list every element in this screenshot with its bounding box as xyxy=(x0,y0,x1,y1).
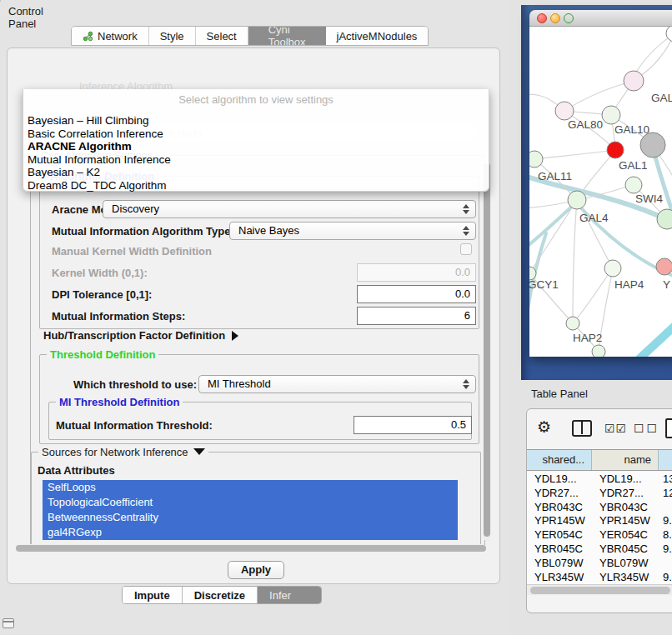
network-node-y[interactable] xyxy=(656,258,672,275)
column-header-partial[interactable] xyxy=(659,450,672,470)
split-columns-icon[interactable] xyxy=(572,420,592,437)
select-all-checkboxes-icon[interactable]: ☑☑ xyxy=(604,422,627,435)
network-node-gal11[interactable] xyxy=(529,151,543,168)
settings-horizontal-scrollbar[interactable] xyxy=(16,544,486,552)
manual-kernel-width-checkbox[interactable] xyxy=(460,243,472,255)
network-node-label: HAP2 xyxy=(573,332,602,344)
network-node-hap2[interactable] xyxy=(566,317,579,330)
control-panel-tabs: Network Style Select Cyni Toolbox jActiv… xyxy=(71,26,429,46)
network-node-gal80[interactable] xyxy=(555,102,574,120)
table-row[interactable]: YBL079WYBL079W xyxy=(527,556,672,570)
table-row[interactable]: YBR045CYBR045C9. xyxy=(527,542,672,556)
table-row[interactable]: YER054CYER054C8. xyxy=(527,528,672,542)
zoom-traffic-light-icon[interactable] xyxy=(564,13,574,23)
deselect-all-checkboxes-icon[interactable]: ☐☐ xyxy=(634,422,659,435)
table-cell xyxy=(659,556,672,570)
network-node-gal4[interactable] xyxy=(568,191,586,209)
table-cell: YPR145W xyxy=(592,513,659,528)
network-edge[interactable] xyxy=(634,33,672,75)
document-icon[interactable] xyxy=(665,418,672,438)
combo-arrows-icon xyxy=(462,225,469,237)
tab-network[interactable]: Network xyxy=(72,27,149,45)
data-attributes-list: SelfLoopsTopologicalCoefficientBetweenne… xyxy=(43,480,458,540)
tab-select[interactable]: Select xyxy=(196,27,248,45)
table-row[interactable]: YDL19...YDL19...13 xyxy=(527,472,672,486)
network-node-gal1[interactable] xyxy=(607,142,624,158)
network-node-gal[interactable] xyxy=(624,71,644,91)
tab-cyni-toolbox-label: Cyni Toolbox xyxy=(268,26,306,46)
table-row[interactable]: YDR27...YDR27...12 xyxy=(527,486,672,500)
algorithm-option[interactable]: Bayesian – Hill Climbing xyxy=(23,114,489,128)
algorithm-definition-group: Algorithm Definition Aracne Mode: Discov… xyxy=(39,176,479,329)
scrollbar-thumb[interactable] xyxy=(484,163,490,537)
table-header-row: shared... name xyxy=(527,449,672,471)
table-cell: 9. xyxy=(659,570,672,584)
network-edge[interactable] xyxy=(573,268,613,323)
table-cell: YDR27... xyxy=(592,486,659,500)
close-traffic-light-icon[interactable] xyxy=(537,13,547,23)
mi-threshold-definition-title: MI Threshold Definition xyxy=(56,396,183,408)
minimize-traffic-light-icon[interactable] xyxy=(550,13,560,23)
network-node[interactable] xyxy=(592,345,605,357)
network-node-label: Y xyxy=(663,278,670,291)
table-row[interactable]: YPR145WYPR145W9. xyxy=(527,513,672,528)
table-row[interactable]: YLR345WYLR345W9. xyxy=(527,570,672,584)
docked-panel-icon[interactable] xyxy=(3,618,14,628)
column-header-shared-name[interactable]: shared... xyxy=(527,450,592,470)
attribute-list-item[interactable]: gal4RGexp xyxy=(43,525,458,540)
mutual-information-threshold-input[interactable]: 0.5 xyxy=(354,416,472,434)
apply-button[interactable]: Apply xyxy=(228,561,284,579)
sources-title-row[interactable]: Sources for Network Inference xyxy=(38,446,208,458)
tab-impute-data[interactable]: Impute Data xyxy=(123,587,183,603)
table-horizontal-scrollbar[interactable] xyxy=(527,584,672,595)
algorithm-option[interactable]: Basic Correlation Inference xyxy=(23,128,489,141)
aracne-mode-select[interactable]: Discovery xyxy=(103,200,476,218)
tab-discretize-data[interactable]: Discretize Data xyxy=(183,587,258,603)
attribute-list-item[interactable]: BetweennessCentrality xyxy=(43,510,458,525)
table-panel-title: Table Panel xyxy=(531,388,588,400)
table-cell: YER054C xyxy=(592,528,659,542)
attribute-list-item[interactable]: TopologicalCoefficient xyxy=(43,495,458,510)
algorithm-option[interactable]: Dream8 DC_TDC Algorithm xyxy=(23,179,489,192)
column-header-name[interactable]: name xyxy=(592,450,659,470)
network-node-label: GAL1 xyxy=(619,159,648,172)
tab-style[interactable]: Style xyxy=(149,27,196,45)
kernel-width-label: Kernel Width (0,1): xyxy=(52,267,148,279)
scrollbar-thumb[interactable] xyxy=(16,545,486,552)
mi-steps-label: Mutual Information Steps: xyxy=(52,310,185,322)
attribute-list-item[interactable]: SelfLoops xyxy=(43,480,458,495)
mi-algorithm-type-label: Mutual Information Algorithm Type: xyxy=(52,225,234,238)
mi-algorithm-type-select[interactable]: Naive Bayes xyxy=(229,222,476,240)
table-row[interactable]: YBR043CYBR043C xyxy=(527,500,672,514)
expand-right-icon xyxy=(232,331,238,341)
mi-steps-input[interactable]: 6 xyxy=(357,307,476,325)
network-node-gal10[interactable] xyxy=(602,106,620,124)
gear-icon[interactable]: ⚙ xyxy=(537,418,551,436)
kernel-width-input[interactable]: 0.0 xyxy=(357,263,476,282)
tab-cyni-toolbox[interactable]: Cyni Toolbox xyxy=(248,27,326,45)
network-edge[interactable] xyxy=(534,150,615,159)
network-node-hap4[interactable] xyxy=(604,260,621,277)
table-panel-window: ⚙ ☑☑ ☐☐ shared... name YDL19...YDL19...1… xyxy=(526,408,672,613)
hub-definition-expander[interactable]: Hub/Transcription Factor Definition xyxy=(43,329,238,342)
network-node-swi4[interactable] xyxy=(625,177,642,193)
tab-infer-network[interactable]: Infer Network xyxy=(258,587,321,603)
network-node[interactable] xyxy=(640,132,665,158)
algorithm-option[interactable]: Mutual Information Inference xyxy=(23,153,489,167)
network-edge[interactable] xyxy=(573,200,577,323)
dpi-tolerance-input[interactable]: 0.0 xyxy=(357,285,476,303)
algorithm-dropdown-placeholder: Select algorithm to view settings xyxy=(23,89,489,114)
settings-vertical-scrollbar[interactable] xyxy=(483,162,491,541)
network-node[interactable] xyxy=(657,209,672,229)
network-window: GALGAL80GAL10GAL1GAL11SWI4GAL4GCY1HAP4YH… xyxy=(529,10,672,357)
mi-algorithm-type-value: Naive Bayes xyxy=(238,224,299,237)
tab-jactivemnodules[interactable]: jActiveMNodules xyxy=(326,27,429,45)
network-edge[interactable] xyxy=(636,320,672,357)
scrollbar-thumb[interactable] xyxy=(530,587,670,594)
algorithm-option[interactable]: Bayesian – K2 xyxy=(23,166,489,179)
algorithm-option[interactable]: ARACNE Algorithm xyxy=(23,140,489,153)
network-edge[interactable] xyxy=(529,202,577,250)
which-threshold-select[interactable]: MI Threshold xyxy=(198,375,476,393)
network-canvas[interactable]: GALGAL80GAL10GAL1GAL11SWI4GAL4GCY1HAP4YH… xyxy=(529,27,672,357)
network-window-titlebar[interactable] xyxy=(529,10,672,27)
